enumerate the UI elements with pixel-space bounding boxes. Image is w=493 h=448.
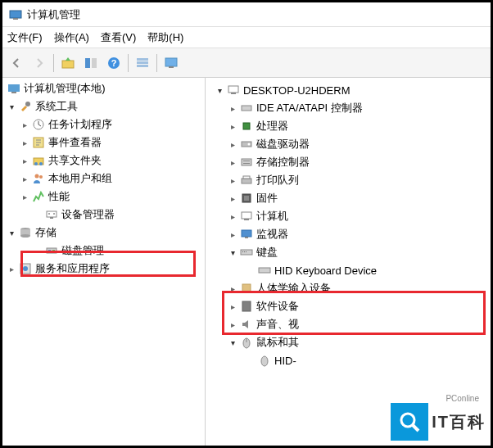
expander-icon[interactable]: ▸ — [227, 156, 238, 168]
svg-rect-47 — [242, 212, 251, 219]
tree-event-viewer[interactable]: ▸ 事件查看器 — [2, 133, 205, 152]
expander-icon[interactable]: ▸ — [227, 120, 238, 132]
menu-file[interactable]: 文件(F) — [7, 30, 43, 45]
hid-icon — [240, 282, 253, 295]
monitor-button[interactable] — [161, 52, 182, 74]
expander-icon[interactable]: ▸ — [227, 192, 238, 204]
tree-label: 人体学输入设备 — [256, 281, 331, 296]
content-area: 计算机管理(本地) ▾ 系统工具 ▸ 任务计划程序 ▸ 事件查看器 ▸ 共享文件… — [2, 78, 491, 446]
sound-icon — [240, 318, 253, 331]
svg-rect-13 — [11, 92, 16, 93]
tree-system-tools[interactable]: ▾ 系统工具 — [2, 97, 205, 115]
tree-device-manager[interactable]: 设备管理器 — [2, 206, 205, 224]
expander-icon[interactable]: ▸ — [19, 173, 30, 184]
expander-icon[interactable]: ▸ — [227, 138, 238, 150]
tree-label: HID Keyboard Device — [274, 265, 377, 277]
menu-help[interactable]: 帮助(H) — [147, 30, 183, 45]
expander-icon[interactable]: ▸ — [227, 229, 238, 240]
expander-icon[interactable]: ▸ — [227, 174, 238, 186]
device-hid-mouse[interactable]: HID- — [210, 351, 491, 369]
expander-icon[interactable]: ▾ — [227, 337, 238, 348]
expander-icon[interactable]: ▸ — [227, 102, 238, 114]
device-storage-ctrl[interactable]: ▸ 存储控制器 — [210, 153, 491, 171]
expander-icon[interactable]: ▾ — [6, 227, 17, 238]
expander-icon[interactable]: ▸ — [227, 283, 238, 294]
menubar: 文件(F) 操作(A) 查看(V) 帮助(H) — [2, 27, 491, 48]
svg-rect-1 — [13, 18, 18, 20]
device-root[interactable]: ▾ DESKTOP-U2HDERM — [210, 81, 491, 99]
svg-point-14 — [25, 102, 30, 106]
tree-services-apps[interactable]: ▸ 服务和应用程序 — [2, 260, 205, 278]
up-button[interactable] — [57, 52, 79, 74]
back-button[interactable] — [6, 52, 27, 74]
disk-icon — [240, 138, 253, 151]
expander-icon[interactable]: ▸ — [6, 263, 17, 274]
expander-icon[interactable]: ▸ — [19, 137, 30, 148]
device-disk-drives[interactable]: ▸ 磁盘驱动器 — [210, 135, 491, 153]
device-processors[interactable]: ▸ 处理器 — [210, 117, 491, 135]
device-print-queues[interactable]: ▸ 打印队列 — [210, 171, 491, 189]
tree-disk-management[interactable]: 磁盘管理 — [2, 242, 205, 260]
tree-storage[interactable]: ▾ 存储 — [2, 224, 205, 242]
svg-rect-12 — [8, 84, 20, 92]
cpu-icon — [240, 120, 253, 133]
svg-rect-54 — [246, 251, 246, 252]
tree-performance[interactable]: ▸ 性能 — [2, 188, 205, 206]
svg-rect-0 — [10, 11, 21, 18]
expander-icon[interactable]: ▸ — [227, 319, 238, 330]
expander-icon[interactable]: ▸ — [19, 155, 30, 166]
keyboard-icon — [240, 246, 253, 259]
svg-rect-35 — [231, 93, 236, 94]
expander-icon[interactable]: ▾ — [214, 84, 225, 96]
expander-icon[interactable]: ▸ — [227, 301, 238, 312]
device-mouse[interactable]: ▾ 鼠标和其 — [210, 333, 491, 351]
svg-rect-11 — [169, 66, 174, 68]
tree-label: 打印队列 — [256, 173, 299, 188]
svg-point-61 — [401, 414, 414, 427]
tree-label: 共享文件夹 — [48, 153, 102, 168]
svg-line-62 — [413, 425, 418, 431]
device-software[interactable]: ▸ 软件设备 — [210, 297, 491, 315]
tree-label: 服务和应用程序 — [35, 261, 110, 276]
tree-shared-folders[interactable]: ▸ 共享文件夹 — [2, 152, 205, 170]
device-hid-keyboard[interactable]: HID Keyboard Device — [210, 261, 491, 279]
device-sound[interactable]: ▸ 声音、视 — [210, 315, 491, 333]
svg-rect-42 — [243, 163, 250, 164]
device-keyboards[interactable]: ▾ 键盘 — [210, 243, 491, 261]
tree-local-users[interactable]: ▸ 本地用户和组 — [2, 170, 205, 188]
svg-rect-8 — [137, 61, 148, 64]
view-list-button[interactable] — [132, 52, 153, 74]
left-tree-pane: 计算机管理(本地) ▾ 系统工具 ▸ 任务计划程序 ▸ 事件查看器 ▸ 共享文件… — [2, 78, 206, 446]
tree-label: 固件 — [256, 191, 278, 206]
tools-icon — [19, 100, 32, 113]
separator — [53, 54, 54, 72]
tree-label: 存储 — [35, 225, 57, 240]
menu-view[interactable]: 查看(V) — [101, 30, 136, 45]
svg-point-23 — [48, 213, 50, 215]
svg-point-33 — [23, 266, 28, 271]
expander-icon[interactable]: ▸ — [19, 191, 30, 202]
show-hide-button[interactable] — [80, 52, 102, 74]
device-firmware[interactable]: ▸ 固件 — [210, 189, 491, 207]
separator — [128, 54, 129, 72]
device-computers[interactable]: ▸ 计算机 — [210, 207, 491, 225]
tree-root-computer-mgmt[interactable]: 计算机管理(本地) — [2, 79, 205, 97]
expander-icon[interactable]: ▾ — [227, 247, 238, 258]
expander-icon[interactable]: ▸ — [19, 119, 30, 130]
svg-rect-4 — [92, 58, 97, 68]
tree-label: 处理器 — [256, 119, 288, 133]
expander-icon[interactable]: ▸ — [227, 210, 238, 222]
svg-rect-55 — [259, 268, 270, 273]
device-monitors[interactable]: ▸ 监视器 — [210, 225, 491, 243]
menu-action[interactable]: 操作(A) — [54, 30, 89, 45]
expander-icon[interactable]: ▾ — [6, 101, 17, 112]
clock-icon — [32, 118, 45, 131]
device-ide[interactable]: ▸ IDE ATA/ATAPI 控制器 — [210, 99, 491, 117]
watermark-text: IT百科 — [432, 411, 486, 433]
forward-button[interactable] — [29, 52, 50, 74]
device-hid[interactable]: ▸ 人体学输入设备 — [210, 279, 491, 297]
services-icon — [19, 262, 32, 275]
help-button[interactable]: ? — [103, 52, 124, 74]
storage-icon — [19, 226, 32, 239]
tree-task-scheduler[interactable]: ▸ 任务计划程序 — [2, 115, 205, 133]
